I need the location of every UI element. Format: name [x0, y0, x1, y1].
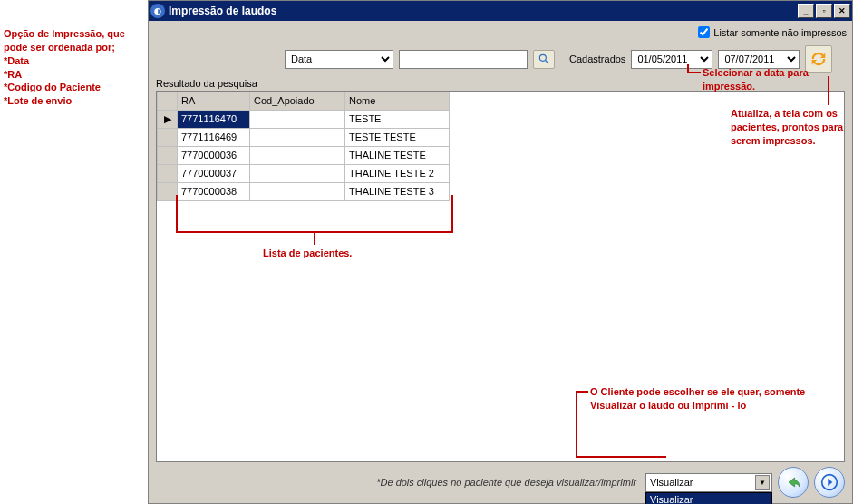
search-input[interactable] — [399, 50, 528, 69]
table-row[interactable]: 7770000038THALINE TESTE 3 — [158, 182, 450, 200]
cell-cod[interactable] — [250, 182, 345, 200]
table-row[interactable]: ▶7771116470TESTE — [158, 110, 450, 128]
chevron-down-icon: ▼ — [755, 475, 770, 490]
refresh-button[interactable] — [805, 45, 832, 73]
cadastrados-label: Cadastrados — [569, 53, 625, 64]
table-row[interactable]: 7771116469TESTE TESTE — [158, 128, 450, 146]
action-dropdown-list[interactable]: Visualizar Imprimir — [645, 492, 772, 505]
sort-combo[interactable]: Data — [285, 50, 393, 69]
row-indicator: ▶ — [158, 110, 178, 128]
maximize-button[interactable]: ▫ — [816, 4, 832, 18]
row-indicator — [158, 164, 178, 182]
annotation-sort-item: *Lote de envio — [4, 94, 149, 108]
return-arrow-icon — [784, 473, 802, 491]
app-icon: ◐ — [150, 4, 165, 18]
confirm-button[interactable] — [778, 467, 809, 498]
svg-line-1 — [546, 61, 549, 64]
list-unprinted-label: Listar somente não impressos — [713, 27, 847, 38]
action-option[interactable]: Visualizar — [646, 493, 771, 505]
table-row[interactable]: 7770000037THALINE TESTE 2 — [158, 164, 450, 182]
search-button[interactable] — [533, 50, 555, 69]
close-button[interactable]: ✕ — [834, 4, 850, 18]
cell-ra[interactable]: 7770000038 — [178, 182, 250, 200]
cell-cod[interactable] — [250, 128, 345, 146]
titlebar: ◐ Impressão de laudos _ ▫ ✕ — [149, 1, 852, 21]
search-icon — [538, 53, 550, 65]
cell-nome[interactable]: TESTE — [345, 110, 450, 128]
cell-ra[interactable]: 7770000037 — [178, 164, 250, 182]
row-indicator — [158, 146, 178, 164]
cell-cod[interactable] — [250, 146, 345, 164]
cell-cod[interactable] — [250, 164, 345, 182]
col-header-ra[interactable]: RA — [178, 92, 250, 110]
row-indicator — [158, 182, 178, 200]
cell-ra[interactable]: 7771116470 — [178, 110, 250, 128]
date-from-combo[interactable]: 01/05/2011 — [631, 50, 712, 69]
col-header-cod[interactable]: Cod_Apoiado — [250, 92, 345, 110]
col-header-nome[interactable]: Nome — [345, 92, 450, 110]
footer-hint: *De dois cliques no paciente que deseja … — [376, 477, 636, 488]
annotation-sort-item: *Codigo do Paciente — [4, 81, 149, 94]
minimize-button[interactable]: _ — [798, 4, 814, 18]
cell-ra[interactable]: 7770000036 — [178, 146, 250, 164]
refresh-icon — [809, 49, 829, 69]
list-unprinted-checkbox[interactable] — [698, 26, 710, 38]
cell-nome[interactable]: THALINE TESTE 3 — [345, 182, 450, 200]
date-to-combo[interactable]: 07/07/2011 — [718, 50, 800, 69]
cell-cod[interactable] — [250, 110, 345, 128]
row-header-corner — [158, 92, 178, 110]
results-grid[interactable]: RA Cod_Apoiado Nome ▶7771116470TESTE7771… — [156, 91, 845, 462]
annotation-sort-item: *Data — [4, 54, 149, 68]
annotation-sort-hint: Opção de Impressão, que pode ser ordenad… — [4, 27, 149, 54]
svg-point-0 — [539, 54, 546, 61]
window-title: Impressão de laudos — [169, 5, 798, 17]
cell-nome[interactable]: TESTE TESTE — [345, 128, 450, 146]
forward-button[interactable] — [814, 467, 845, 498]
app-window: ◐ Impressão de laudos _ ▫ ✕ Listar somen… — [148, 0, 853, 504]
action-combo[interactable]: Visualizar ▼ — [645, 473, 772, 492]
cell-nome[interactable]: THALINE TESTE 2 — [345, 164, 450, 182]
cell-ra[interactable]: 7771116469 — [178, 128, 250, 146]
next-arrow-icon — [820, 473, 838, 491]
action-combo-value: Visualizar — [650, 477, 693, 488]
cell-nome[interactable]: THALINE TESTE — [345, 146, 450, 164]
table-row[interactable]: 7770000036THALINE TESTE — [158, 146, 450, 164]
results-label: Resultado da pesquisa — [149, 76, 852, 89]
row-indicator — [158, 128, 178, 146]
annotation-sort-item: *RA — [4, 68, 149, 82]
